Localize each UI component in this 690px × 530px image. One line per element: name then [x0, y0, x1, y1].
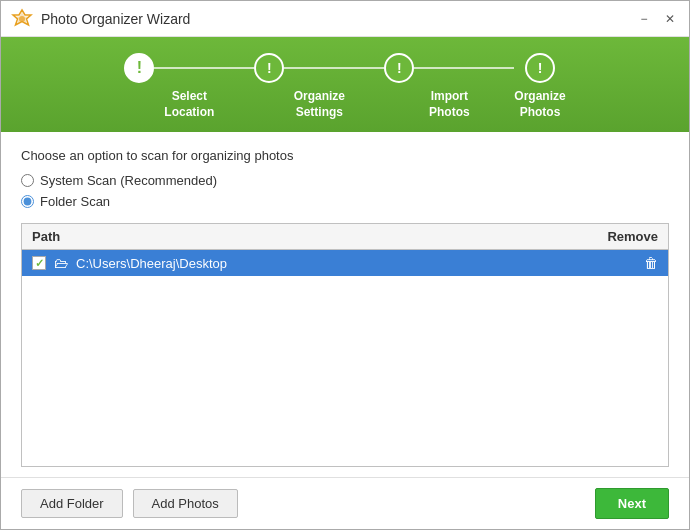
- titlebar: Photo Organizer Wizard − ✕: [1, 1, 689, 37]
- table-row[interactable]: ✓ 🗁 C:\Users\Dheeraj\Desktop 🗑: [22, 250, 668, 276]
- add-photos-button[interactable]: Add Photos: [133, 489, 238, 518]
- step-line-1: [154, 67, 254, 69]
- scan-options: System Scan (Recommended) Folder Scan: [21, 173, 669, 209]
- table-header-path: Path: [32, 229, 598, 244]
- svg-point-2: [19, 16, 25, 22]
- step-label-4: OrganizePhotos: [514, 89, 565, 120]
- add-folder-button[interactable]: Add Folder: [21, 489, 123, 518]
- step-label-2: OrganizeSettings: [294, 89, 345, 120]
- step-organize-settings: ! OrganizeSettings: [254, 53, 384, 120]
- folder-table: Path Remove ✓ 🗁 C:\Users\Dheeraj\Desktop…: [21, 223, 669, 467]
- footer-left-buttons: Add Folder Add Photos: [21, 489, 595, 518]
- step-line-3: [414, 67, 514, 69]
- steps-container: ! SelectLocation ! OrganizeSettings: [124, 53, 565, 120]
- close-button[interactable]: ✕: [661, 10, 679, 28]
- table-header: Path Remove: [22, 224, 668, 250]
- footer: Add Folder Add Photos Next: [1, 477, 689, 529]
- next-button[interactable]: Next: [595, 488, 669, 519]
- step-label-3: ImportPhotos: [429, 89, 470, 120]
- folder-scan-option[interactable]: Folder Scan: [21, 194, 669, 209]
- step-circle-2: !: [254, 53, 284, 83]
- app-logo: [11, 8, 33, 30]
- minimize-button[interactable]: −: [635, 10, 653, 28]
- step-label-1: SelectLocation: [164, 89, 214, 120]
- system-scan-label: System Scan (Recommended): [40, 173, 217, 188]
- table-header-remove: Remove: [598, 229, 658, 244]
- app-title: Photo Organizer Wizard: [41, 11, 635, 27]
- step-select-location: ! SelectLocation: [124, 53, 254, 120]
- folder-scan-label: Folder Scan: [40, 194, 110, 209]
- step-circle-4: !: [525, 53, 555, 83]
- table-body: ✓ 🗁 C:\Users\Dheeraj\Desktop 🗑: [22, 250, 668, 466]
- system-scan-radio[interactable]: [21, 174, 34, 187]
- wizard-header: ! SelectLocation ! OrganizeSettings: [1, 37, 689, 132]
- app-window: Photo Organizer Wizard − ✕ ! SelectLocat…: [0, 0, 690, 530]
- step-import-photos: ! ImportPhotos: [384, 53, 514, 120]
- delete-row-button[interactable]: 🗑: [598, 255, 658, 271]
- folder-scan-radio[interactable]: [21, 195, 34, 208]
- folder-path: C:\Users\Dheeraj\Desktop: [76, 256, 590, 271]
- window-controls: − ✕: [635, 10, 679, 28]
- content-description: Choose an option to scan for organizing …: [21, 148, 669, 163]
- step-circle-1: !: [124, 53, 154, 83]
- row-checkbox[interactable]: ✓: [32, 256, 46, 270]
- step-line-2: [284, 67, 384, 69]
- step-organize-photos: ! OrganizePhotos: [514, 53, 565, 120]
- folder-icon: 🗁: [54, 255, 68, 271]
- checkbox-checkmark: ✓: [35, 257, 44, 270]
- system-scan-option[interactable]: System Scan (Recommended): [21, 173, 669, 188]
- content-area: Choose an option to scan for organizing …: [1, 132, 689, 477]
- step-circle-3: !: [384, 53, 414, 83]
